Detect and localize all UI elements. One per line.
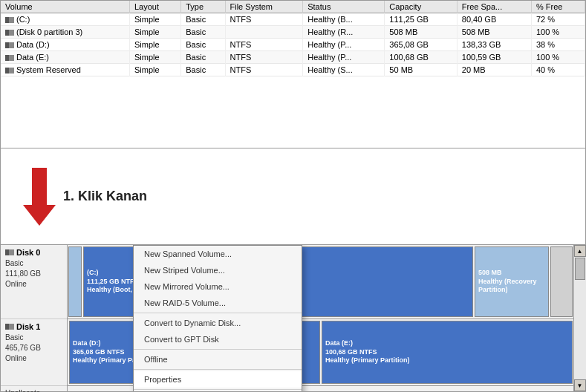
disk-visual-area: (C:)111,25 GB NTFSHealthy (Boot, Page Fi… <box>68 245 573 391</box>
partition-system-reserved[interactable] <box>68 246 82 317</box>
partition-unalloc-disk0[interactable] <box>550 246 573 317</box>
scrollbar[interactable]: ▲ ▼ <box>573 245 585 391</box>
disk-icon <box>5 42 14 48</box>
disk1-name: Disk 1 <box>5 322 62 331</box>
menu-divider <box>134 369 302 370</box>
table-row[interactable]: Data (D:)SimpleBasicNTFSHealthy (P...365… <box>1 39 585 51</box>
step1-label: 1. Klik Kanan <box>63 189 147 204</box>
partition-data-e[interactable]: Data (E:)100,68 GB NTFSHealthy (Primary … <box>322 321 573 384</box>
col-type: Type <box>181 1 225 13</box>
menu-item-new-spanned-volume[interactable]: New Spanned Volume... <box>134 246 302 262</box>
disk1-label: Disk 1 Basic 465,76 GB Online <box>1 319 67 386</box>
table-row[interactable]: (Disk 0 partition 3)SimpleBasicHealthy (… <box>1 26 585 39</box>
disk0-type: Basic <box>5 258 62 269</box>
table-row[interactable]: System ReservedSimpleBasicNTFSHealthy (S… <box>1 64 585 76</box>
col-capacity: Capacity <box>385 1 457 13</box>
disk1-size: 465,76 GB <box>5 343 62 353</box>
disk0-size: 111,80 GB <box>5 269 62 279</box>
scroll-thumb[interactable] <box>575 258 585 280</box>
disk-table: Volume Layout Type File System Status Ca… <box>1 1 585 76</box>
table-row[interactable]: (C:)SimpleBasicNTFSHealthy (B...111,25 G… <box>1 13 585 26</box>
col-volume: Volume <box>1 1 129 13</box>
col-percent: % Free <box>531 1 585 13</box>
disk0-status: Online <box>5 279 62 290</box>
arrow-down-icon <box>23 168 56 226</box>
menu-item-convert-to-dynamic-disk[interactable]: Convert to Dynamic Disk... <box>134 315 302 331</box>
menu-item-convert-to-gpt-disk[interactable]: Convert to GPT Disk <box>134 331 302 347</box>
disk1-status: Online <box>5 353 62 364</box>
col-freespace: Free Spa... <box>457 1 531 13</box>
scroll-up-button[interactable]: ▲ <box>574 245 586 257</box>
unallocated-label: Unallocate... <box>1 386 67 392</box>
menu-divider <box>134 389 302 390</box>
menu-divider <box>134 313 302 313</box>
scroll-down-button[interactable]: ▼ <box>574 379 586 391</box>
disk-icon <box>5 68 14 74</box>
arrow-head <box>23 205 56 226</box>
menu-item-new-mirrored-volume[interactable]: New Mirrored Volume... <box>134 278 302 295</box>
disk-icon <box>5 55 14 61</box>
col-layout: Layout <box>129 1 180 13</box>
unallocated-text: Unallocate... <box>5 389 62 392</box>
disk-icon <box>5 30 14 36</box>
menu-item-new-striped-volume[interactable]: New Striped Volume... <box>134 262 302 278</box>
context-menu[interactable]: New Spanned Volume...New Striped Volume.… <box>133 245 302 391</box>
scroll-track[interactable] <box>574 257 586 379</box>
disk0-icon <box>5 249 14 255</box>
disk-management-table-area: Volume Layout Type File System Status Ca… <box>0 0 586 148</box>
disk0-label: Disk 0 Basic 111,80 GB Online <box>1 245 67 319</box>
menu-divider <box>134 349 302 350</box>
col-status: Status <box>303 1 385 13</box>
disk1-type: Basic <box>5 333 62 343</box>
instruction-section: 1. Klik Kanan <box>0 148 586 245</box>
menu-item-properties[interactable]: Properties <box>134 371 302 388</box>
disk-labels-panel: Disk 0 Basic 111,80 GB Online Disk 1 Bas… <box>1 245 68 391</box>
disk1-icon <box>5 324 14 330</box>
partition-recovery[interactable]: 508 MBHealthy (Recovery Partition) <box>475 246 549 317</box>
menu-item-offline[interactable]: Offline <box>134 351 302 368</box>
partition-e-text: Data (E:)100,68 GB NTFSHealthy (Primary … <box>325 339 569 365</box>
arrow-shaft <box>32 168 47 205</box>
disk0-name: Disk 0 <box>5 248 62 257</box>
table-row[interactable]: Data (E:)SimpleBasicNTFSHealthy (P...100… <box>1 51 585 64</box>
menu-item-new-raid-5-volume[interactable]: New RAID-5 Volume... <box>134 295 302 311</box>
col-filesystem: File System <box>225 1 303 13</box>
disk-icon <box>5 17 14 23</box>
table-header-row: Volume Layout Type File System Status Ca… <box>1 1 585 13</box>
disk-visual-section: Disk 0 Basic 111,80 GB Online Disk 1 Bas… <box>0 245 586 392</box>
partition-recovery-text: 508 MBHealthy (Recovery Partition) <box>478 269 545 295</box>
